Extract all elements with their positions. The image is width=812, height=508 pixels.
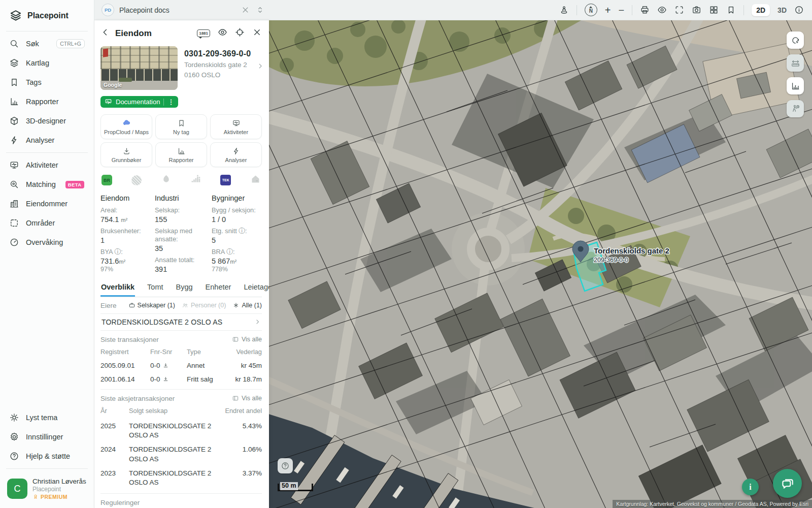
chart-tool[interactable] (787, 77, 804, 94)
user-meta: Christian Løverås Placepoint PREMIUM (32, 478, 86, 500)
sidebar-item-hjelp[interactable]: Hjelp & støtte (0, 447, 94, 466)
search-bar[interactable]: PD Placepoint docs (101, 4, 265, 16)
sidebar-item-overvaking[interactable]: Overvåking (0, 233, 94, 252)
sidebar-item-analyser[interactable]: Analyser (0, 131, 94, 150)
panel-title: Eiendom (115, 28, 152, 39)
filter-companies[interactable]: Selskaper (1) (128, 302, 175, 309)
clear-search-icon[interactable] (241, 5, 250, 15)
filter-persons[interactable]: Personer (0) (182, 302, 226, 309)
sidebar-item-3d-designer[interactable]: 3D-designer (0, 111, 94, 131)
tab-bygg[interactable]: Bygg (176, 280, 193, 297)
tab-leietagere[interactable]: Leietagere (243, 280, 269, 297)
zoom-in-button[interactable]: + (605, 5, 611, 15)
action-label: PropCloud / Maps (104, 129, 149, 135)
streetview-thumbnail[interactable]: Google (100, 46, 178, 90)
streetview-pegman-icon[interactable] (559, 5, 569, 15)
action-grunnboker[interactable]: Grunnbøker (100, 142, 152, 167)
more-menu-icon[interactable]: ⋮ (167, 98, 174, 106)
view-all-share-transactions[interactable]: Vis alle (232, 395, 262, 402)
eye-icon[interactable] (657, 5, 667, 15)
cell-fnr[interactable]: 0-0 (150, 359, 187, 372)
1881-lookup-icon[interactable]: 1881 (197, 29, 210, 37)
brand-name: Placepoint (27, 11, 69, 20)
view-all-transactions[interactable]: Vis alle (232, 336, 262, 343)
compass-icon[interactable]: N (585, 4, 597, 16)
sidebar-spacer (0, 252, 94, 408)
user-card[interactable]: C Christian Løverås Placepoint PREMIUM (0, 471, 94, 508)
action-rapporter[interactable]: Rapporter (155, 142, 207, 167)
action-aktiviteter[interactable]: Aktiviteter (210, 114, 262, 139)
sidebar-item-kartlag[interactable]: Kartlag (0, 53, 94, 73)
brand[interactable]: Placepoint (0, 5, 94, 28)
action-propcloud[interactable]: PropCloud / Maps (100, 114, 152, 139)
bookmark-icon[interactable] (726, 5, 736, 15)
tek-logo[interactable]: TEK (220, 175, 231, 185)
cell-share: 5.43% (224, 418, 262, 441)
tab-overblikk[interactable]: Overblikk (100, 280, 135, 297)
tab-enheter[interactable]: Enheter (205, 280, 232, 297)
cell-company[interactable]: TORDENSKIOLDSGATE 2 OSLO AS (129, 418, 224, 441)
chat-fab-button[interactable] (773, 469, 802, 498)
select-rotate-tool[interactable] (787, 31, 804, 49)
download-icon[interactable] (162, 376, 169, 383)
info-fab-button[interactable]: i (742, 479, 759, 495)
sidebar-item-aktiviteter[interactable]: Aktiviteter (0, 155, 94, 175)
topbar: PD Placepoint docs N + − 2D 3D (94, 0, 812, 20)
avatar[interactable]: C (7, 479, 27, 499)
sidebar-item-matching[interactable]: Matching BETA (0, 175, 94, 194)
circle-logo[interactable] (131, 175, 142, 185)
mode-2d-button[interactable]: 2D (752, 4, 770, 16)
travel-time-tool[interactable] (787, 100, 804, 117)
eye-icon[interactable] (218, 27, 227, 39)
house-logo[interactable] (250, 174, 261, 186)
transactions-header: Siste transaksjoner Vis alle (100, 331, 262, 346)
owner-company-row[interactable]: TORDENSKIOLDSGATE 2 OSLO AS (100, 313, 262, 331)
sidebar-item-eiendommer[interactable]: Eiendommer (0, 194, 94, 213)
aerial-map[interactable]: Tordenskiolds gate 2 209-369-0-0 (269, 20, 812, 508)
sidebar-item-omrader[interactable]: Områder (0, 213, 94, 233)
measure-tool[interactable] (787, 54, 804, 72)
locate-crosshair-icon[interactable] (235, 27, 245, 39)
tab-tomt[interactable]: Tomt (147, 280, 163, 297)
transactions-section: Siste transaksjoner Vis alle Registrert … (100, 331, 262, 390)
mode-3d-button[interactable]: 3D (777, 6, 787, 14)
medal-icon (32, 494, 39, 500)
sidebar-item-rapporter[interactable]: Rapporter (0, 92, 94, 111)
nav-label: Kartlag (26, 59, 49, 67)
download-icon[interactable] (162, 362, 169, 369)
sort-updown-icon[interactable] (255, 5, 265, 15)
stats-grid: Eiendom Areal: 754.1 m² Bruksenheter: 1 … (100, 194, 262, 273)
activity-monitor-icon (232, 119, 241, 128)
cell-share: 1.06% (224, 441, 262, 464)
info-icon[interactable] (794, 5, 804, 15)
sidebar-item-tags[interactable]: Tags (0, 73, 94, 92)
map-help-button[interactable] (278, 458, 293, 473)
documentation-button[interactable]: Documentation ⋮ (100, 96, 178, 108)
qr-layers-icon[interactable] (709, 5, 719, 15)
cell-company[interactable]: TORDENSKIOLDSGATE 2 OSLO AS (129, 441, 224, 464)
leaf-logo[interactable] (161, 174, 172, 186)
filter-all[interactable]: Alle (1) (232, 302, 262, 309)
camera-icon[interactable] (692, 5, 701, 15)
close-icon[interactable] (252, 27, 262, 39)
blocks-chart-logo[interactable] (190, 174, 201, 186)
search-input[interactable]: Placepoint docs (119, 6, 235, 14)
cell-date[interactable]: 2001.06.14 (100, 372, 150, 386)
cell-year: 2025 (100, 418, 129, 441)
sidebar-item-sok[interactable]: Søk CTRL+G (0, 34, 94, 53)
back-button[interactable] (100, 27, 110, 39)
action-analyser[interactable]: Analyser (210, 142, 262, 167)
chevron-right-icon[interactable] (257, 62, 264, 72)
nav-label: Innstillinger (26, 433, 63, 441)
fullscreen-icon[interactable] (674, 5, 684, 15)
br-registry-logo[interactable]: BR (101, 175, 112, 185)
cell-fnr[interactable]: 0-0 (150, 372, 187, 386)
property-meta[interactable]: 0301-209-369-0-0 Tordenskiolds gate 2 01… (184, 46, 262, 90)
print-icon[interactable] (640, 5, 650, 15)
zoom-out-button[interactable]: − (619, 5, 625, 15)
sidebar-item-lyst-tema[interactable]: Lyst tema (0, 408, 94, 427)
sidebar-item-innstillinger[interactable]: Innstillinger (0, 427, 94, 447)
cell-date[interactable]: 2005.09.01 (100, 359, 150, 372)
action-ny-tag[interactable]: Ny tag (155, 114, 207, 139)
cell-company[interactable]: TORDENSKIOLDSGATE 2 OSLO AS (129, 465, 224, 488)
